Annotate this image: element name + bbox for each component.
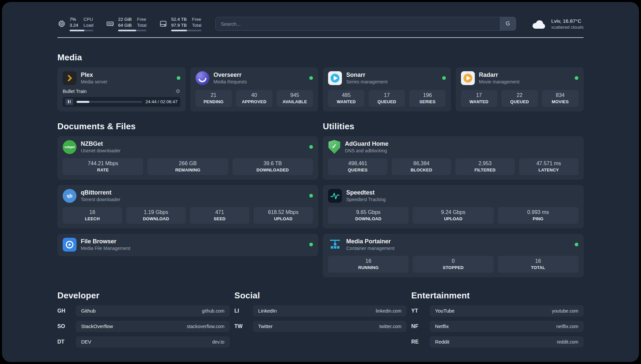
stat-box: 471 SEED bbox=[190, 207, 249, 224]
portainer-card[interactable]: Media Portainer Container management 16 … bbox=[323, 234, 584, 277]
bookmark-row: YT YouTube youtube.com bbox=[411, 305, 584, 317]
playback-progress-track[interactable] bbox=[76, 101, 142, 103]
stat-box: 40 APPROVED bbox=[236, 90, 272, 107]
app-name: Media Portainer bbox=[346, 238, 394, 245]
disk-bar bbox=[171, 30, 201, 31]
nzbget-card[interactable]: nzbget NZBGet Usenet downloader 744.21 M… bbox=[57, 136, 318, 180]
stat-box: 16 RUNNING bbox=[328, 256, 409, 273]
ram-free-value: 22 GiB bbox=[118, 16, 132, 22]
disk-readout: 52.4 TB 97.9 TB Free Total bbox=[171, 16, 201, 31]
bookmark-github[interactable]: Github github.com bbox=[76, 305, 230, 317]
overseerr-icon bbox=[196, 71, 209, 85]
ram-free-label: Free bbox=[137, 16, 147, 22]
gear-icon[interactable]: ⚙ bbox=[175, 89, 180, 94]
bookmark-row: GH Github github.com bbox=[57, 305, 230, 317]
stat-box: 0.993 ms PING bbox=[498, 207, 578, 224]
now-playing-title: Bullet Train bbox=[63, 89, 87, 94]
bookmark-abbr: SO bbox=[57, 323, 73, 329]
speedtest-icon bbox=[328, 189, 342, 203]
utilities-column: Utilities ✓ AdGuard Home DNS and adblock… bbox=[323, 111, 584, 277]
status-dot bbox=[177, 76, 180, 80]
disk-free-label: Free bbox=[192, 16, 201, 22]
bookmark-stackoverflow[interactable]: StackOverflow stackoverflow.com bbox=[76, 321, 230, 332]
stat-box: 39.6 TB DOWNLOADED bbox=[232, 158, 313, 175]
cpu-icon bbox=[57, 19, 66, 28]
stat-box: 9.65 Gbps DOWNLOAD bbox=[328, 207, 409, 224]
adguard-icon: ✓ bbox=[328, 140, 341, 154]
bookmark-reddit[interactable]: Reddit reddit.com bbox=[430, 336, 584, 348]
weather-text: Lviv, 16.87°C scattered clouds bbox=[551, 18, 584, 30]
cpu-bar-fill bbox=[70, 30, 84, 31]
dashboard: 7% 3.24 CPU Load bbox=[2, 2, 639, 362]
app-name: AdGuard Home bbox=[345, 140, 388, 147]
bookmark-netflix[interactable]: Netflix netflix.com bbox=[430, 321, 584, 332]
stat-box: 485 WANTED bbox=[328, 90, 364, 107]
stat-box: 618.52 Mbps UPLOAD bbox=[254, 207, 313, 224]
stat-box: 86,384 BLOCKED bbox=[392, 158, 451, 175]
bookmarks-row: Developer GH Github github.com SO StackO… bbox=[57, 286, 584, 352]
stat-box: 16 TOTAL bbox=[498, 256, 578, 273]
stat-box: 17 QUEUED bbox=[369, 90, 405, 107]
stat-box: 47.571 ms LATENCY bbox=[519, 158, 578, 175]
stats-row: 17 WANTED 22 QUEUED 834 MOVIES bbox=[461, 86, 579, 107]
ram-icon bbox=[106, 19, 114, 28]
stat-box: 0 STOPPED bbox=[413, 256, 493, 273]
filebrowser-card[interactable]: File Browser Media File Management bbox=[57, 234, 318, 256]
search-bar: G bbox=[215, 17, 516, 31]
cpu-load-label: Load bbox=[83, 22, 93, 28]
speedtest-card[interactable]: Speedtest Speedtest Tracking 9.65 Gbps D… bbox=[323, 185, 584, 228]
pause-button[interactable] bbox=[65, 99, 73, 105]
sonarr-card[interactable]: Sonarr Series management 485 WANTED 17 Q… bbox=[323, 67, 451, 111]
bookmarks-entertainment: Entertainment YT YouTube youtube.com NF … bbox=[411, 286, 584, 352]
stat-box: 1.19 Gbps DOWNLOAD bbox=[126, 207, 186, 224]
weather-location: Lviv, 16.87°C bbox=[551, 18, 584, 24]
now-playing-row: Bullet Train ⚙ bbox=[63, 89, 180, 94]
ram-total-label: Total bbox=[137, 22, 147, 28]
app-subtitle: Speedtest Tracking bbox=[346, 197, 386, 202]
bookmark-linkedin[interactable]: LinkedIn linkedin.com bbox=[253, 305, 407, 317]
status-dot bbox=[309, 194, 313, 197]
app-name: Speedtest bbox=[346, 189, 386, 196]
portainer-icon bbox=[328, 238, 342, 252]
section-title-social: Social bbox=[234, 290, 407, 301]
stats-row: 21 PENDING 40 APPROVED 945 AVAILABLE bbox=[196, 86, 313, 107]
status-dot bbox=[575, 76, 578, 80]
status-dot bbox=[309, 76, 313, 80]
stats-row: 744.21 Mbps RATE 266 GB REMAINING 39.6 T… bbox=[63, 154, 313, 175]
app-name: Overseerr bbox=[214, 72, 247, 78]
search-provider-button[interactable]: G bbox=[500, 17, 516, 30]
bookmark-abbr: YT bbox=[411, 308, 426, 314]
app-subtitle: Series management bbox=[346, 79, 387, 84]
qbittorrent-card[interactable]: qb qBittorrent Torrent downloader 16 bbox=[57, 185, 318, 228]
bookmark-dev[interactable]: DEV dev.to bbox=[76, 336, 230, 348]
disk-bar-fill bbox=[171, 30, 187, 31]
bookmark-row: RE Reddit reddit.com bbox=[411, 336, 584, 348]
bookmark-abbr: TW bbox=[234, 323, 250, 329]
section-title-developer: Developer bbox=[57, 290, 230, 301]
stat-box: 21 PENDING bbox=[196, 90, 232, 107]
disk-total-label: Total bbox=[192, 22, 201, 28]
radarr-card[interactable]: Radarr Movie management 17 WANTED 22 QUE… bbox=[456, 67, 584, 111]
documents-column: Documents & Files nzbget NZBGet Usenet d… bbox=[57, 111, 318, 256]
disk-free-value: 52.4 TB bbox=[171, 16, 187, 22]
header-divider bbox=[57, 37, 584, 38]
bookmark-abbr: DT bbox=[57, 339, 73, 345]
stats-row: 485 WANTED 17 QUEUED 196 SERIES bbox=[328, 86, 446, 107]
section-title-documents: Documents & Files bbox=[57, 121, 318, 132]
bookmark-youtube[interactable]: YouTube youtube.com bbox=[430, 305, 584, 317]
playback-progress-fill bbox=[76, 101, 89, 103]
adguard-card[interactable]: ✓ AdGuard Home DNS and adblocking 498,46… bbox=[323, 136, 584, 180]
overseerr-card[interactable]: Overseerr Media Requests 21 PENDING 40 A… bbox=[190, 67, 319, 111]
status-dot bbox=[309, 145, 313, 149]
cpu-percent: 7% bbox=[70, 16, 78, 22]
search-input[interactable] bbox=[216, 17, 500, 30]
app-name: Sonarr bbox=[346, 72, 387, 78]
cpu-readout: 7% 3.24 CPU Load bbox=[70, 16, 93, 31]
stat-box: 17 WANTED bbox=[461, 90, 497, 107]
app-subtitle: DNS and adblocking bbox=[345, 148, 388, 153]
stats-row: 16 RUNNING 0 STOPPED 16 TOTAL bbox=[328, 252, 578, 273]
bookmarks-developer: Developer GH Github github.com SO StackO… bbox=[57, 286, 230, 352]
bookmark-twitter[interactable]: Twitter twitter.com bbox=[253, 321, 407, 332]
plex-card[interactable]: Plex Media server Bullet Train ⚙ 24:44 /… bbox=[57, 67, 186, 111]
app-name: Radarr bbox=[479, 72, 520, 78]
